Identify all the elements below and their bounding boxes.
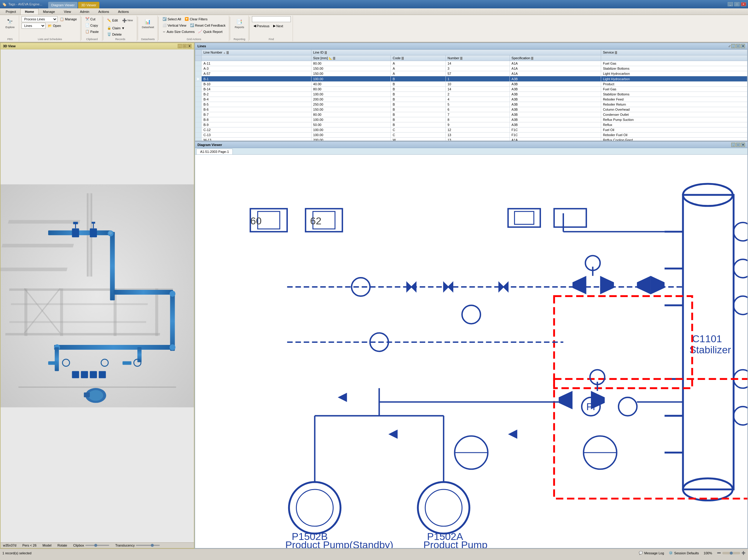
table-row[interactable]: B-5 250.00 B 5 A3B Reboiler Return <box>195 102 747 107</box>
ribbon-tab-admin[interactable]: Admin <box>75 8 94 15</box>
zoom-in-button[interactable]: ➕ <box>742 551 746 555</box>
col-number[interactable]: Number <box>445 55 510 61</box>
3d-viewport[interactable] <box>1 49 194 542</box>
table-row[interactable]: W-13 200.00 W 13 A1A Reflux Cooling Feed <box>195 138 747 141</box>
lines-grid[interactable]: Line Number ▲ Line ID Service <box>195 49 747 141</box>
ribbon-tab-actions1[interactable]: Actions <box>94 8 113 15</box>
ribbon-tab-view[interactable]: View <box>60 8 76 15</box>
zoom-slider[interactable] <box>722 552 740 554</box>
zoom-out-button[interactable]: ➖ <box>717 551 721 555</box>
table-row[interactable]: A-3 150.00 A 3 A1A Stabilizer Bottoms <box>195 66 747 71</box>
auto-size-label: Auto Size Columns <box>167 30 195 33</box>
close-button[interactable]: ✕ <box>741 2 746 6</box>
reports-icon: 📑 <box>235 17 243 26</box>
resize-col-spec[interactable] <box>531 57 534 60</box>
edit-button[interactable]: ✏️ Edit <box>106 16 119 25</box>
table-row[interactable]: C-13 100.00 C 13 F1C Reboiler Fuel Oil <box>195 133 747 138</box>
auto-size-columns-button[interactable]: ↔️ Auto Size Columns <box>161 29 196 34</box>
table-row[interactable]: C-12 100.00 C 12 F1C Fuel Oil <box>195 127 747 133</box>
resize-col-line-number[interactable] <box>227 51 229 54</box>
diagram-canvas[interactable]: C1101 Stabilizer <box>195 155 747 548</box>
ribbon-tab-actions2[interactable]: Actions <box>114 8 134 15</box>
col-specification[interactable]: Specification <box>510 55 601 61</box>
panel-diagram-close[interactable]: ✕ <box>741 143 745 147</box>
table-row[interactable]: B-4 200.00 B 4 A3B Reboiler Feed <box>195 97 747 102</box>
open-icon: 📂 <box>48 24 52 28</box>
paste-button[interactable]: 📋 Paste <box>84 29 100 34</box>
cell-size: 100.00 <box>311 133 391 138</box>
copy-button[interactable]: 📄 Copy <box>84 22 100 28</box>
next-icon: ▶ <box>273 24 276 28</box>
quick-report-button[interactable]: 📈 Quick Report <box>196 29 224 34</box>
datasheet-label: Datasheet <box>142 26 154 29</box>
table-row[interactable]: A-57 150.00 A 57 A1A Light Hydrocarbon <box>195 71 747 76</box>
diagram-tab-0[interactable]: A1-51-2003 Page-1 <box>196 149 233 154</box>
select-all-button[interactable]: ☑️ Select All <box>161 16 183 22</box>
clipbox-label: Clipbox <box>73 543 84 547</box>
next-label: Next <box>277 24 283 28</box>
resize-col-size[interactable] <box>333 57 335 60</box>
minimize-button[interactable]: _ <box>728 2 733 6</box>
table-row[interactable]: B-6 150.00 B 6 A3B Column Overhead <box>195 107 747 112</box>
table-row[interactable]: B-8 100.00 B 8 A3B Reflux Pump Suction <box>195 117 747 122</box>
panel-lines-maximize[interactable]: □ <box>736 44 740 48</box>
zoom-controls[interactable]: ➖ ➕ <box>717 551 746 555</box>
table-row[interactable]: ▶ B-1 100.00 B 1 A3B Light Hydrocarbon <box>195 76 747 82</box>
previous-button[interactable]: ◀ Previous <box>252 23 271 29</box>
panel-lines-close[interactable]: ✕ <box>741 44 745 48</box>
translucency-slider[interactable] <box>136 545 160 546</box>
resize-col-number[interactable] <box>460 57 463 60</box>
row-indicator <box>195 87 202 92</box>
tab-3d-viewer[interactable]: 3D Viewer <box>78 2 99 8</box>
col-code[interactable]: Code <box>391 55 445 61</box>
col-line-number[interactable]: Line Number ▲ <box>202 50 311 55</box>
delete-button[interactable]: 🗑️ Delete <box>106 31 123 37</box>
table-row[interactable]: A-11 80.00 A 14 A1A Fuel Gas <box>195 61 747 66</box>
panel-lines-minimize[interactable]: _ <box>731 44 735 48</box>
panel-diagram-maximize[interactable]: □ <box>736 143 740 147</box>
panel-3d-minimize[interactable]: _ <box>178 44 182 48</box>
maximize-button[interactable]: □ <box>734 2 740 6</box>
table-row[interactable]: B-9 50.00 B 9 A3B Reflux <box>195 122 747 127</box>
tab-diagram-viewer[interactable]: Diagram Viewer <box>48 2 77 8</box>
panel-diagram-minimize[interactable]: _ <box>731 143 735 147</box>
vertical-view-button[interactable]: ⬜ Vertical View <box>161 22 188 28</box>
clipbox-slider[interactable] <box>85 545 109 546</box>
ribbon-tab-home[interactable]: Home <box>20 8 39 15</box>
ribbon-tab-project[interactable]: Project <box>1 8 20 15</box>
table-row[interactable]: B-2 100.00 B 2 A3B Stabilizer Bottoms <box>195 92 747 97</box>
table-row[interactable]: B-10 40.00 B 10 A3B Product <box>195 82 747 87</box>
resize-col-service[interactable] <box>615 51 617 54</box>
col-service[interactable]: Service <box>601 50 747 55</box>
reporting-group-label: Reporting <box>234 37 246 41</box>
panel-3d-maximize[interactable]: □ <box>183 44 187 48</box>
datasheet-button[interactable]: 📊 Datasheet <box>140 16 156 30</box>
manage-button[interactable]: 📋 Manage <box>59 17 78 22</box>
explore-button[interactable]: 🔭 Explore <box>4 16 16 30</box>
resize-col-code[interactable] <box>401 57 404 60</box>
next-button[interactable]: ▶ Next <box>272 23 285 29</box>
svg-text:Product Pump: Product Pump <box>423 539 487 548</box>
col-line-id[interactable]: Line ID <box>311 50 601 55</box>
clear-filters-button[interactable]: 🔽 Clear Filters <box>183 16 209 22</box>
cell-code: B <box>391 76 445 82</box>
open-button[interactable]: 📂 Open <box>46 23 63 29</box>
lines-select[interactable]: Lines <box>22 23 45 29</box>
resize-col-line-id[interactable] <box>325 51 327 54</box>
table-row[interactable]: B-14 80.00 B 14 A3B Fuel Gas <box>195 87 747 92</box>
table-row[interactable]: B-7 80.00 B 7 A3B Condenser Outlet <box>195 112 747 117</box>
ribbon-tab-manage[interactable]: Manage <box>39 8 60 15</box>
col-size[interactable]: Size [mm] 📐 <box>311 55 391 61</box>
cut-button[interactable]: ✂️ Cut <box>84 16 97 22</box>
session-defaults-item[interactable]: ⚙️ Session Defaults <box>669 551 699 555</box>
process-lines-select[interactable]: Process Lines <box>22 16 57 22</box>
find-input[interactable] <box>252 16 291 22</box>
panel-3d-close[interactable]: ✕ <box>187 44 191 48</box>
reports-button[interactable]: 📑 Reports <box>233 16 246 30</box>
new-button[interactable]: ➕ New <box>120 16 135 25</box>
reset-cell-feedback-button[interactable]: ↩️ Reset Cell Feedback <box>188 22 227 28</box>
message-log-item[interactable]: 💬 Message Log <box>639 551 664 555</box>
svg-marker-69 <box>444 282 453 291</box>
cell-specification: A3B <box>510 112 601 117</box>
claim-button[interactable]: 🔒 Claim ▼ <box>106 25 126 31</box>
